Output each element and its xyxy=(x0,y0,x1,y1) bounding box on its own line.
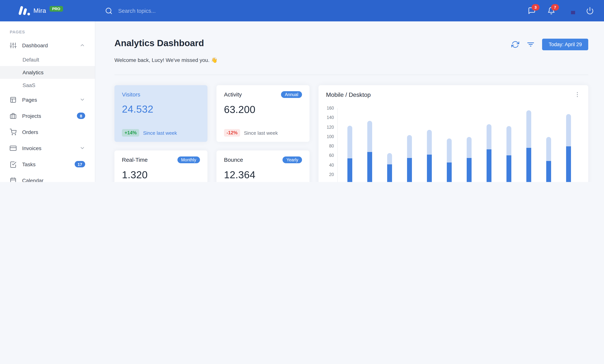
bar-dec[interactable] xyxy=(565,108,572,182)
sidebar-item-projects[interactable]: Projects8 xyxy=(0,108,95,124)
stat-period-badge[interactable]: Annual xyxy=(281,91,302,98)
stat-title: Activity xyxy=(224,91,242,98)
sidebar-item-label: Orders xyxy=(22,129,38,135)
navbar-search xyxy=(105,7,229,14)
welcome-message: Welcome back, Lucy! We've missed you. 👋 xyxy=(114,57,588,63)
sidebar-item-label: Invoices xyxy=(22,145,41,151)
refresh-button[interactable] xyxy=(512,40,519,48)
y-tick-0: 0 xyxy=(331,182,334,182)
language-flag-button[interactable] xyxy=(567,7,575,15)
stat-delta-badge: +14% xyxy=(122,129,139,137)
stat-period-badge[interactable]: Monthly xyxy=(177,156,200,163)
bar-jun[interactable] xyxy=(445,108,453,182)
check-square-icon xyxy=(10,161,16,168)
notifications-count-badge: 7 xyxy=(551,4,559,10)
brand[interactable]: Mira PRO xyxy=(18,6,82,16)
desktop-segment xyxy=(506,126,511,156)
y-tick-60: 60 xyxy=(329,153,334,158)
cart-icon xyxy=(10,128,16,135)
bar-sep[interactable] xyxy=(505,108,513,182)
sidebar-item-tasks[interactable]: Tasks17 xyxy=(0,156,95,172)
calendar-icon xyxy=(10,177,16,182)
search-input[interactable] xyxy=(117,7,216,14)
sidebar-section-pages: PAGES xyxy=(10,30,85,34)
mobile-segment xyxy=(566,147,571,182)
desktop-segment xyxy=(447,138,452,163)
chevron-down-icon xyxy=(79,145,85,151)
sidebar-subitem-saas[interactable]: SaaS xyxy=(0,79,95,92)
stat-card-activity: ActivityAnnual63.200-12%Since last week xyxy=(216,85,310,142)
top-navbar: Mira PRO 3 7 xyxy=(0,0,604,21)
mobile-segment xyxy=(447,163,452,182)
credit-card-icon xyxy=(10,145,16,151)
messages-count-badge: 3 xyxy=(532,4,540,10)
chevron-up-icon xyxy=(79,42,85,48)
sidebar-item-dashboard[interactable]: Dashboard xyxy=(0,37,95,53)
briefcase-icon xyxy=(10,113,16,119)
bar-nov[interactable] xyxy=(545,108,553,182)
notifications-button[interactable]: 7 xyxy=(547,7,556,15)
mobile-segment xyxy=(367,152,372,182)
desktop-segment xyxy=(467,137,472,158)
y-tick-80: 80 xyxy=(329,144,334,148)
bar-may[interactable] xyxy=(426,108,433,182)
stat-period-badge[interactable]: Yearly xyxy=(283,156,302,163)
stat-delta-badge: -12% xyxy=(224,129,240,137)
mobile-segment xyxy=(506,156,511,182)
stat-card-real-time: Real-TimeMonthly1.320-18%Since last week xyxy=(114,151,207,182)
sidebar-item-pages[interactable]: Pages xyxy=(0,92,95,108)
sign-out-button[interactable] xyxy=(586,7,594,15)
desktop-segment xyxy=(347,126,352,158)
more-vertical-icon xyxy=(574,91,581,98)
stat-note: Since last week xyxy=(244,130,278,136)
messages-button[interactable]: 3 xyxy=(528,7,536,15)
mobile-segment xyxy=(526,148,531,182)
sidebar-item-calendar[interactable]: Calendar xyxy=(0,172,95,182)
sidebar-nav: PAGESDashboardDefaultAnalyticsSaaSPagesP… xyxy=(0,30,95,182)
stat-title: Bounce xyxy=(224,156,243,163)
mira-logo-icon xyxy=(18,6,30,16)
bar-jan[interactable] xyxy=(346,108,353,182)
brand-name: Mira xyxy=(33,7,46,14)
stat-value: 24.532 xyxy=(122,104,200,115)
mobile-segment xyxy=(427,154,432,182)
app-root: Mira PRO 3 7 PAGESDashboardDefaul xyxy=(0,0,604,182)
stats-grid: Visitors24.532+14%Since last weekActivit… xyxy=(114,85,310,182)
bar-mar[interactable] xyxy=(386,108,393,182)
y-tick-100: 100 xyxy=(327,134,334,139)
sidebar-item-orders[interactable]: Orders xyxy=(0,124,95,140)
stat-card-bounce: BounceYearly12.364+27%Since last week xyxy=(216,151,310,182)
bar-apr[interactable] xyxy=(406,108,413,182)
bar-jul[interactable] xyxy=(466,108,473,182)
desktop-segment xyxy=(487,124,491,149)
y-axis: 020406080100120140160 xyxy=(326,108,337,182)
header-divider xyxy=(114,75,588,75)
desktop-segment xyxy=(526,111,531,148)
chevron-down-icon xyxy=(79,97,85,102)
y-tick-40: 40 xyxy=(329,163,334,167)
mobile-segment xyxy=(467,158,472,182)
sidebar-item-label: Pages xyxy=(22,97,37,103)
bar-aug[interactable] xyxy=(485,108,493,182)
y-tick-140: 140 xyxy=(327,115,334,120)
sidebar-item-invoices[interactable]: Invoices xyxy=(0,140,95,156)
mobile-segment xyxy=(546,161,551,182)
sidebar-item-label: Tasks xyxy=(22,161,36,167)
sidebar-subitem-default[interactable]: Default xyxy=(0,53,95,66)
desktop-segment xyxy=(387,153,392,164)
filter-button[interactable] xyxy=(527,40,535,48)
bar-feb[interactable] xyxy=(366,108,374,182)
mobile-segment xyxy=(407,158,412,182)
pro-badge: PRO xyxy=(50,6,63,12)
date-range-button[interactable]: Today: April 29 xyxy=(542,39,588,50)
stat-title: Visitors xyxy=(122,91,140,98)
stat-card-visitors: Visitors24.532+14%Since last week xyxy=(114,85,207,142)
desktop-segment xyxy=(566,114,571,147)
header-actions: Today: April 29 xyxy=(512,39,588,50)
card-menu-button[interactable] xyxy=(574,91,581,98)
stat-title: Real-Time xyxy=(122,156,148,163)
y-tick-120: 120 xyxy=(327,125,334,129)
bar-oct[interactable] xyxy=(525,108,532,182)
desktop-segment xyxy=(367,121,372,152)
sidebar-subitem-analytics[interactable]: Analytics xyxy=(0,66,95,79)
